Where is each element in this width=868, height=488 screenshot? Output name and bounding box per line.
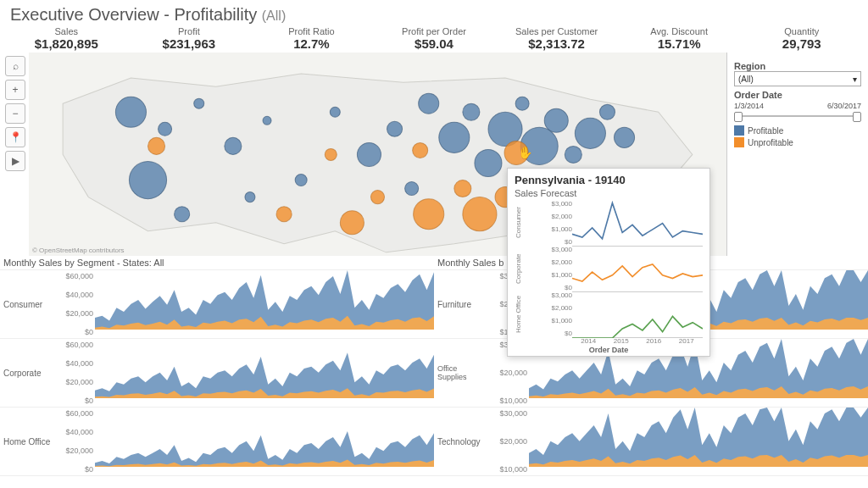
page-title: Executive Overview - Profitability (All) <box>0 0 868 26</box>
kpi-profit[interactable]: Profit$231,963 <box>128 26 251 51</box>
svg-point-1 <box>159 122 172 136</box>
chart-consumer[interactable] <box>95 270 434 338</box>
date-start: 1/3/2014 <box>734 102 764 110</box>
kpi-profit-ratio[interactable]: Profit Ratio12.7% <box>250 26 373 51</box>
svg-point-26 <box>148 137 165 154</box>
kpi-profit-per-order[interactable]: Profit per Order$59.04 <box>373 26 496 51</box>
svg-point-17 <box>544 108 568 132</box>
svg-point-20 <box>599 104 615 119</box>
svg-text:✋: ✋ <box>518 145 533 160</box>
svg-point-27 <box>276 207 292 222</box>
segment-panel: Monthly Sales by Segment - States: All C… <box>0 256 434 476</box>
svg-point-13 <box>475 149 502 176</box>
chart-corporate[interactable] <box>95 339 434 407</box>
svg-point-11 <box>439 122 470 152</box>
tooltip-chart-corporate <box>572 246 703 291</box>
date-slider[interactable] <box>734 112 861 120</box>
svg-point-24 <box>245 192 255 202</box>
svg-point-0 <box>115 97 146 127</box>
map-toolbar: ⌕ + − 📍 ▶ <box>0 53 29 256</box>
zoom-in-icon[interactable]: + <box>5 80 25 100</box>
map-tooltip: Pennsylvania - 19140 Sales Forecast Cons… <box>507 168 710 357</box>
svg-point-6 <box>295 175 307 186</box>
chart-home-office[interactable] <box>95 408 434 475</box>
svg-point-31 <box>454 180 471 197</box>
chevron-down-icon: ▾ <box>853 75 857 84</box>
svg-point-36 <box>413 142 428 158</box>
svg-point-19 <box>575 118 605 148</box>
svg-point-18 <box>565 146 581 163</box>
svg-point-12 <box>463 103 480 120</box>
svg-point-32 <box>463 197 497 231</box>
filter-panel: Region (All) ▾ Order Date 1/3/2014 6/30/… <box>726 53 868 256</box>
kpi-sales-per-customer[interactable]: Sales per Customer$2,313.72 <box>495 26 618 51</box>
svg-point-9 <box>387 121 403 136</box>
zoom-out-icon[interactable]: − <box>5 103 25 124</box>
tooltip-subtitle: Sales Forecast <box>515 188 703 198</box>
svg-point-15 <box>515 97 529 110</box>
search-icon[interactable]: ⌕ <box>5 56 25 76</box>
legend-profitable[interactable]: Profitable <box>734 125 861 136</box>
tooltip-header: Pennsylvania - 19140 <box>515 174 703 186</box>
svg-point-23 <box>405 182 419 196</box>
svg-point-3 <box>194 98 204 108</box>
chart-technology[interactable] <box>529 408 868 475</box>
svg-point-10 <box>419 93 439 114</box>
svg-point-5 <box>263 116 271 125</box>
order-date-label: Order Date <box>734 90 861 100</box>
legend-unprofitable[interactable]: Unprofitable <box>734 137 861 147</box>
segment-panel-title: Monthly Sales by Segment - States: All <box>0 256 434 270</box>
svg-point-30 <box>414 199 444 230</box>
svg-point-2 <box>129 161 166 198</box>
region-label: Region <box>734 61 861 71</box>
title-scope: (All) <box>262 8 286 23</box>
pin-icon[interactable]: 📍 <box>5 127 25 147</box>
svg-point-7 <box>330 107 340 117</box>
kpi-avg-discount[interactable]: Avg. Discount15.71% <box>618 26 741 51</box>
svg-point-25 <box>175 207 190 222</box>
date-end: 6/30/2017 <box>827 102 861 110</box>
svg-point-37 <box>325 148 337 160</box>
kpi-row: Sales$1,820,895 Profit$231,963 Profit Ra… <box>0 26 868 53</box>
svg-point-4 <box>225 137 242 154</box>
svg-point-28 <box>340 211 364 235</box>
region-select[interactable]: (All) ▾ <box>734 71 861 86</box>
play-icon[interactable]: ▶ <box>5 151 25 171</box>
svg-point-29 <box>370 191 384 204</box>
svg-point-8 <box>357 142 381 166</box>
kpi-quantity[interactable]: Quantity29,793 <box>740 26 863 51</box>
title-main: Executive Overview - Profitability <box>10 5 257 24</box>
tooltip-chart-consumer <box>572 200 703 246</box>
tooltip-chart-home-office <box>572 291 703 337</box>
map-attribution: © OpenStreetMap contributors <box>32 247 125 254</box>
kpi-sales[interactable]: Sales$1,820,895 <box>5 26 128 51</box>
svg-point-21 <box>615 127 635 147</box>
